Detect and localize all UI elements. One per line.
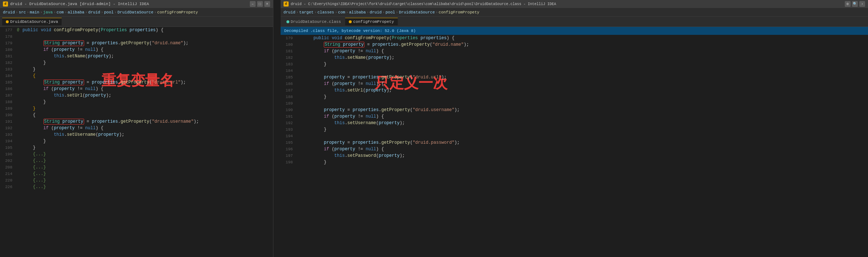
line-code: { bbox=[21, 112, 273, 118]
close-btn[interactable]: × bbox=[264, 1, 270, 7]
line-number: 184 bbox=[281, 68, 296, 74]
right-code-scroll[interactable]: 179 public void configFromPropety(Proper… bbox=[281, 35, 868, 166]
line-number: 192 bbox=[281, 120, 296, 126]
rbc-com[interactable]: com bbox=[338, 10, 345, 15]
bc-alibaba[interactable]: alibaba bbox=[68, 10, 84, 15]
line-code: property = properties.getProperty("druid… bbox=[302, 107, 868, 113]
line-number: 208 bbox=[0, 164, 15, 171]
line-gutter bbox=[15, 79, 21, 86]
bc-pool[interactable]: pool bbox=[104, 10, 113, 15]
line-number: 181 bbox=[281, 48, 296, 54]
line-gutter bbox=[15, 164, 21, 171]
left-title-text: druid - DruidDataSource.java [druid-admi… bbox=[10, 2, 149, 6]
table-row: 190 { bbox=[0, 112, 273, 118]
line-number: 186 bbox=[0, 86, 15, 92]
bc-druid1[interactable]: druid bbox=[3, 10, 15, 15]
minimize-btn[interactable]: – bbox=[250, 1, 256, 7]
line-gutter bbox=[15, 73, 21, 79]
bc-druid2[interactable]: druid bbox=[88, 10, 100, 15]
line-gutter bbox=[296, 81, 302, 87]
table-row: 179 String property = properties.getProp… bbox=[0, 40, 273, 46]
line-code: if (property != null) { bbox=[302, 113, 868, 120]
rbc-druid2[interactable]: druid bbox=[370, 10, 382, 15]
line-number: 190 bbox=[281, 107, 296, 113]
line-gutter bbox=[296, 87, 302, 94]
line-code: this.setPassword(property); bbox=[302, 152, 868, 159]
line-number: 187 bbox=[0, 92, 15, 99]
table-row: 191 if (property != null) { bbox=[281, 113, 868, 120]
line-number: 194 bbox=[0, 138, 15, 144]
left-code-area[interactable]: 重复变量名 177 @ public void configFromPropet… bbox=[0, 27, 273, 257]
line-code: {...} bbox=[21, 151, 273, 158]
left-title-bar: d druid - DruidDataSource.java [druid-ad… bbox=[0, 0, 273, 8]
bc-src[interactable]: src bbox=[19, 10, 26, 15]
line-code: property = properties.getProperty("druid… bbox=[302, 74, 868, 81]
bc-main[interactable]: main bbox=[30, 10, 39, 15]
table-row: 192 this.setUsername(property); bbox=[281, 120, 868, 126]
window-controls-left[interactable]: – □ × bbox=[250, 1, 270, 7]
bc-druiddatasource[interactable]: DruidDataSource bbox=[117, 10, 153, 15]
line-code: this.setName(property); bbox=[302, 54, 868, 61]
table-row: 202 {...} bbox=[0, 158, 273, 164]
bc-com[interactable]: com bbox=[57, 10, 64, 15]
line-gutter bbox=[15, 92, 21, 99]
line-gutter bbox=[296, 35, 302, 41]
table-row: 195 } bbox=[0, 144, 273, 151]
tab-druiddatasource-class[interactable]: DruidDataSource.class bbox=[283, 18, 345, 25]
line-gutter bbox=[296, 61, 302, 68]
line-code: public void configFromPropety(Properties… bbox=[302, 35, 868, 41]
line-code: } bbox=[21, 60, 273, 66]
line-code: } bbox=[302, 126, 868, 133]
line-gutter bbox=[15, 105, 21, 112]
rbc-druid[interactable]: druid bbox=[284, 10, 295, 15]
table-row: 179 public void configFromPropety(Proper… bbox=[281, 35, 868, 41]
rbc-alibaba[interactable]: alibaba bbox=[349, 10, 366, 15]
line-number: 193 bbox=[0, 131, 15, 138]
highlight-string-property-3: String property bbox=[44, 119, 84, 125]
line-code: if (property != null) { bbox=[302, 81, 868, 87]
bc-method[interactable]: configFromPropety bbox=[157, 10, 198, 15]
table-row: 193 this.setUsername(property); bbox=[0, 131, 273, 138]
line-number: 198 bbox=[281, 159, 296, 166]
rbc-class[interactable]: DruidDataSource bbox=[399, 10, 435, 15]
decompiled-info-bar: Decompiled .class file, bytecode version… bbox=[281, 27, 868, 35]
line-gutter bbox=[15, 177, 21, 184]
right-panel: d druid - C:\Everythings\IDEA\Project\fo… bbox=[281, 0, 868, 257]
line-number: 189 bbox=[281, 100, 296, 107]
right-settings-btn[interactable]: ⚙ bbox=[845, 1, 851, 7]
window-controls-right[interactable]: ⚙ 🔍 › bbox=[845, 1, 865, 7]
table-row: 196 {...} bbox=[0, 151, 273, 158]
tab-configfrompropety[interactable]: configFromPropety bbox=[345, 18, 397, 25]
line-gutter bbox=[15, 86, 21, 92]
line-gutter bbox=[15, 60, 21, 66]
line-number: 179 bbox=[0, 40, 15, 46]
line-gutter bbox=[15, 40, 21, 46]
bc-java[interactable]: java bbox=[43, 10, 53, 15]
line-code: } bbox=[302, 94, 868, 100]
line-gutter bbox=[15, 112, 21, 118]
line-code bbox=[302, 133, 868, 139]
right-search-btn[interactable]: 🔍 bbox=[852, 1, 858, 7]
line-gutter bbox=[15, 184, 21, 190]
right-chevron-btn[interactable]: › bbox=[859, 1, 865, 7]
rbc-target[interactable]: target bbox=[299, 10, 314, 15]
rbc-pool[interactable]: pool bbox=[385, 10, 395, 15]
line-gutter bbox=[15, 66, 21, 73]
line-code: this.setUsername(property); bbox=[21, 131, 273, 138]
left-code-scroll[interactable]: 177 @ public void configFromPropety(Prop… bbox=[0, 27, 273, 190]
line-number: 182 bbox=[281, 54, 296, 61]
line-number: 178 bbox=[0, 33, 15, 40]
line-gutter bbox=[296, 139, 302, 146]
line-number: 183 bbox=[281, 61, 296, 68]
line-code: if (property != null) { bbox=[21, 125, 273, 131]
rbc-classes[interactable]: classes bbox=[318, 10, 334, 15]
table-row: 226 {...} bbox=[0, 184, 273, 190]
maximize-btn[interactable]: □ bbox=[257, 1, 263, 7]
tab-method-label: configFromPropety bbox=[353, 20, 394, 24]
rbc-method[interactable]: configFromPropety bbox=[439, 10, 479, 15]
left-breadcrumb: druid › src › main › java › com › alibab… bbox=[0, 8, 273, 17]
tab-druiddatasource-java[interactable]: DruidDataSource.java bbox=[2, 18, 62, 25]
line-number: 191 bbox=[0, 118, 15, 125]
line-number: 192 bbox=[0, 125, 15, 131]
right-code-area[interactable]: 只定义一次 179 public void configFromPropety(… bbox=[281, 35, 868, 257]
